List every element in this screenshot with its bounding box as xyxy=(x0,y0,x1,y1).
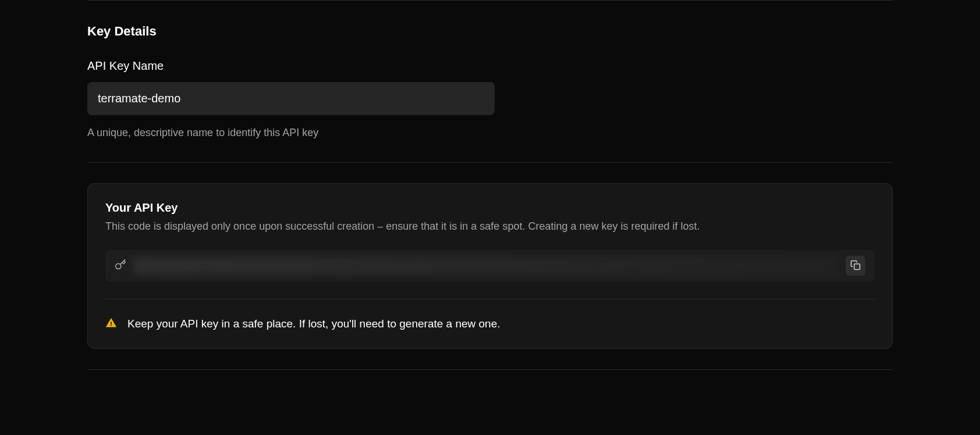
api-key-card-title: Your API Key xyxy=(105,201,875,215)
warning-section: Keep your API key in a safe place. If lo… xyxy=(105,299,875,331)
key-icon xyxy=(115,259,126,273)
api-key-name-field: API Key Name A unique, descriptive name … xyxy=(87,59,893,139)
api-key-value-masked xyxy=(133,257,839,274)
api-key-name-input[interactable] xyxy=(87,82,495,115)
api-key-display xyxy=(105,250,875,281)
warning-text: Keep your API key in a safe place. If lo… xyxy=(127,318,500,330)
api-key-card-description: This code is displayed only once upon su… xyxy=(105,220,875,233)
divider-bottom xyxy=(87,369,893,370)
copy-icon xyxy=(850,260,861,272)
api-key-card: Your API Key This code is displayed only… xyxy=(87,183,893,349)
api-key-name-label: API Key Name xyxy=(87,59,893,73)
key-details-section: Key Details API Key Name A unique, descr… xyxy=(87,1,893,162)
warning-icon xyxy=(105,317,117,331)
svg-rect-0 xyxy=(854,263,860,269)
copy-button[interactable] xyxy=(846,256,865,276)
divider-middle xyxy=(87,162,893,163)
section-title: Key Details xyxy=(87,24,893,39)
api-key-name-description: A unique, descriptive name to identify t… xyxy=(87,127,893,139)
